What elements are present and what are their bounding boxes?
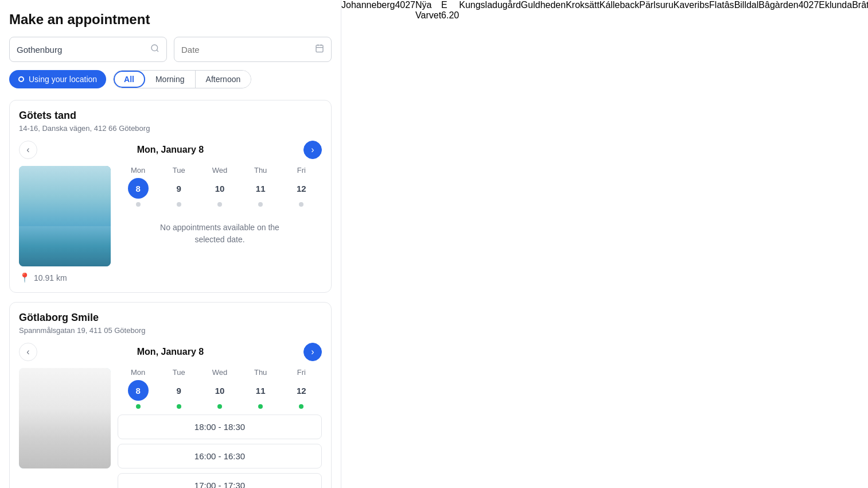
clinic-image bbox=[19, 166, 111, 266]
day-number[interactable]: 8 bbox=[128, 178, 149, 199]
time-filter-group: All Morning Afternoon bbox=[113, 70, 251, 88]
date-label: Mon, January 8 bbox=[137, 347, 204, 357]
slot-indicator bbox=[136, 202, 141, 207]
prev-date-button[interactable]: ‹ bbox=[19, 141, 37, 159]
filter-all-button[interactable]: All bbox=[114, 71, 145, 88]
day-number[interactable]: 10 bbox=[209, 178, 230, 199]
date-nav: ‹ Mon, January 8 › bbox=[19, 343, 322, 361]
day-number[interactable]: 10 bbox=[209, 380, 230, 401]
next-date-button[interactable]: › bbox=[303, 141, 322, 159]
time-slot[interactable]: 16:00 - 16:30 bbox=[118, 444, 322, 468]
date-input[interactable] bbox=[181, 45, 315, 55]
day-number[interactable]: 8 bbox=[128, 380, 149, 401]
day-label: Fri bbox=[297, 368, 306, 377]
day-col-fri: Fri 12 bbox=[291, 368, 312, 409]
time-slot[interactable]: 18:00 - 18:30 bbox=[118, 415, 322, 439]
clinic-name: Götets tand bbox=[19, 110, 322, 122]
day-col-mon: Mon 8 bbox=[128, 368, 149, 409]
calendar-right: Mon 8 Tue 9 Wed 10 Thu bbox=[118, 166, 322, 266]
day-number[interactable]: 9 bbox=[169, 380, 189, 401]
slot-indicator bbox=[258, 404, 263, 409]
date-nav: ‹ Mon, January 8 › bbox=[19, 141, 322, 159]
location-search-box[interactable] bbox=[9, 37, 167, 62]
svg-point-0 bbox=[151, 45, 158, 51]
filter-row: Using your location All Morning Afternoo… bbox=[9, 70, 332, 88]
day-col-tue: Tue 9 bbox=[169, 368, 189, 409]
day-label: Thu bbox=[254, 368, 267, 377]
clinic-address: 14-16, Danska vägen, 412 66 Göteborg bbox=[19, 124, 322, 133]
calendar-content: Mon 8 Tue 9 Wed 10 Thu bbox=[19, 368, 322, 488]
day-label: Mon bbox=[131, 368, 145, 377]
day-number[interactable]: 9 bbox=[169, 178, 189, 199]
day-number[interactable]: 11 bbox=[250, 380, 271, 401]
location-button-label: Using your location bbox=[29, 75, 97, 84]
date-label: Mon, January 8 bbox=[137, 145, 204, 155]
distance-row: 📍 10.91 km bbox=[19, 272, 322, 283]
slot-indicator bbox=[136, 404, 141, 409]
day-col-mon: Mon 8 bbox=[128, 166, 149, 207]
days-row: Mon 8 Tue 9 Wed 10 Thu bbox=[118, 368, 322, 409]
day-col-wed: Wed 10 bbox=[209, 368, 230, 409]
search-row bbox=[9, 37, 332, 62]
day-number[interactable]: 11 bbox=[250, 178, 271, 199]
clinic-address: Spannmålsgatan 19, 411 05 Göteborg bbox=[19, 326, 322, 335]
days-row: Mon 8 Tue 9 Wed 10 Thu bbox=[118, 166, 322, 207]
clinic-name: Götlaborg Smile bbox=[19, 312, 322, 324]
filter-afternoon-button[interactable]: Afternoon bbox=[196, 71, 251, 88]
location-pin-icon: 📍 bbox=[19, 272, 30, 283]
distance-value: 10.91 km bbox=[34, 273, 67, 282]
clinic-card-gotlaborg-smile: Götlaborg Smile Spannmålsgatan 19, 411 0… bbox=[9, 302, 332, 488]
location-dot-icon bbox=[18, 76, 24, 82]
day-col-tue: Tue 9 bbox=[169, 166, 189, 207]
slot-indicator bbox=[299, 202, 303, 207]
clinic-card-gotets-tand: Götets tand 14-16, Danska vägen, 412 66 … bbox=[9, 100, 332, 293]
day-col-wed: Wed 10 bbox=[209, 166, 230, 207]
no-appointments-message: No appointments available on theselected… bbox=[118, 210, 322, 257]
day-number[interactable]: 12 bbox=[291, 380, 312, 401]
slot-indicator bbox=[299, 404, 303, 409]
slot-indicator bbox=[177, 404, 181, 409]
day-label: Fri bbox=[297, 166, 306, 175]
day-label: Wed bbox=[212, 166, 228, 175]
slot-indicator bbox=[217, 202, 222, 207]
slot-indicator bbox=[177, 202, 181, 207]
location-input[interactable] bbox=[17, 45, 150, 55]
next-date-button[interactable]: › bbox=[303, 343, 322, 361]
day-col-thu: Thu 11 bbox=[250, 166, 271, 207]
using-location-button[interactable]: Using your location bbox=[9, 70, 106, 88]
calendar-right: Mon 8 Tue 9 Wed 10 Thu bbox=[118, 368, 322, 488]
filter-morning-button[interactable]: Morning bbox=[145, 71, 196, 88]
time-slot[interactable]: 17:00 - 17:30 bbox=[118, 473, 322, 488]
page-title: Make an appointment bbox=[9, 11, 332, 28]
date-search-box[interactable] bbox=[174, 37, 332, 62]
day-label: Mon bbox=[131, 166, 145, 175]
slot-indicator bbox=[217, 404, 222, 409]
day-label: Thu bbox=[254, 166, 267, 175]
calendar-icon bbox=[315, 44, 324, 55]
day-label: Tue bbox=[173, 368, 185, 377]
clinic-image bbox=[19, 368, 111, 468]
day-label: Wed bbox=[212, 368, 228, 377]
day-number[interactable]: 12 bbox=[291, 178, 312, 199]
day-col-thu: Thu 11 bbox=[250, 368, 271, 409]
svg-line-1 bbox=[157, 50, 158, 52]
day-col-fri: Fri 12 bbox=[291, 166, 312, 207]
calendar-content: Mon 8 Tue 9 Wed 10 Thu bbox=[19, 166, 322, 266]
svg-rect-2 bbox=[316, 45, 323, 52]
search-icon bbox=[150, 44, 159, 55]
slot-indicator bbox=[258, 202, 263, 207]
left-panel: Make an appointment Using your location … bbox=[0, 0, 341, 488]
day-label: Tue bbox=[173, 166, 185, 175]
time-slots: 18:00 - 18:30 16:00 - 16:30 17:00 - 17:3… bbox=[118, 415, 322, 488]
prev-date-button[interactable]: ‹ bbox=[19, 343, 37, 361]
